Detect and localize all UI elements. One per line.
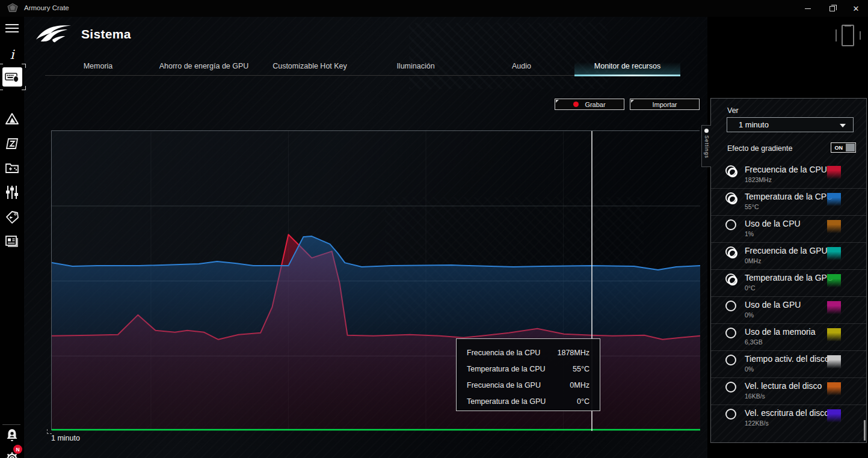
chart-corner-tick — [47, 429, 52, 434]
page-title: Sistema — [81, 27, 131, 41]
tab-memoria[interactable]: Memoria — [45, 56, 151, 76]
restore-button[interactable] — [820, 0, 844, 17]
sensor-row-temperatura-de-la-gpu[interactable]: Temperatura de la GPU 0°C — [711, 270, 866, 297]
import-button[interactable]: Importar — [630, 99, 700, 110]
news-icon[interactable] — [0, 233, 24, 249]
about-info-icon[interactable]: i — [0, 47, 24, 63]
sensor-row-uso-de-la-memoria[interactable]: Uso de la memoria 6,3GB — [711, 324, 866, 351]
sensor-radio[interactable] — [725, 219, 736, 230]
minimize-button[interactable] — [796, 0, 820, 17]
sensor-radio[interactable] — [725, 273, 736, 284]
sensor-radio[interactable] — [725, 165, 736, 176]
notifications-bell-icon[interactable] — [0, 427, 24, 442]
gradient-effect-label: Efecto de gradiente — [727, 144, 792, 153]
sensor-radio[interactable] — [725, 192, 736, 203]
settings-tab-label: Settings — [704, 135, 710, 159]
import-label: Importar — [653, 101, 677, 108]
sensor-color-swatch — [827, 328, 841, 341]
update-badge: N — [13, 445, 22, 454]
sensor-name: Frecuencia de la CPU — [745, 165, 827, 174]
sensor-color-swatch — [827, 382, 841, 395]
sensor-radio[interactable] — [725, 246, 736, 257]
sensor-radio[interactable] — [725, 328, 736, 338]
sensor-row-frecuencia-de-la-cpu[interactable]: Frecuencia de la CPU 1823MHz — [711, 162, 866, 189]
tab-monitor-de-recursos[interactable]: Monitor de recursos — [574, 56, 680, 76]
featured-scenarios-icon[interactable] — [0, 136, 24, 151]
resource-monitor-chart[interactable]: Frecuencia de la CPU 1878MHz Temperatura… — [51, 130, 700, 430]
sensor-row-uso-de-la-gpu[interactable]: Uso de la GPU 0% — [711, 297, 866, 324]
sensor-name: Uso de la CPU — [745, 219, 801, 228]
sensor-row-frecuencia-de-la-gpu[interactable]: Frecuencia de la GPU 0MHz — [711, 243, 866, 270]
tooltip-row: Temperatura de la CPU 55°C — [467, 361, 589, 377]
titlebar: Armoury Crate ✕ — [0, 0, 868, 17]
record-dot-icon — [573, 102, 579, 107]
sensor-color-swatch — [827, 166, 841, 179]
sensor-radio[interactable] — [725, 409, 736, 420]
close-button[interactable]: ✕ — [844, 0, 868, 17]
sensor-color-swatch — [827, 409, 841, 423]
chevron-down-icon — [840, 124, 846, 127]
device-selector-icon[interactable] — [832, 24, 863, 48]
menu-icon[interactable] — [5, 24, 19, 33]
sensor-value: 0% — [745, 365, 754, 373]
devices-keyboard-mouse-icon[interactable] — [0, 67, 24, 87]
sensor-row-temperatura-de-la-cpu[interactable]: Temperatura de la CPU 55°C — [711, 189, 866, 216]
selected-device-tile — [2, 67, 22, 87]
sensor-value: 0% — [745, 311, 754, 319]
sensor-color-swatch — [827, 301, 841, 314]
game-library-icon[interactable] — [0, 160, 24, 176]
toggle-knob — [846, 144, 855, 151]
sensor-row-uso-de-la-cpu[interactable]: Uso de la CPU 1% — [711, 216, 866, 243]
sensor-radio[interactable] — [725, 382, 736, 392]
sensor-radio[interactable] — [725, 301, 736, 311]
sensor-color-swatch — [827, 274, 841, 287]
sensor-row-vel-lectura-del-disco[interactable]: Vel. lectura del disco 16KB/s — [711, 378, 866, 405]
sensor-name: Temperatura de la CPU — [745, 192, 833, 201]
sensor-value: 0MHz — [745, 257, 761, 264]
sensor-value: 1% — [745, 230, 754, 237]
settings-panel-collapse-tab[interactable]: Settings — [701, 125, 711, 167]
sensor-name: Frecuencia de la GPU — [745, 246, 828, 255]
dropdown-value: 1 minuto — [739, 120, 769, 129]
sensor-name: Temperatura de la GPU — [745, 273, 833, 282]
main-content: Sistema Memoria Ahorro de energía de GPU… — [24, 17, 707, 458]
sensor-value: 55°C — [745, 203, 759, 210]
sensor-color-swatch — [827, 247, 841, 260]
sensor-value: 0°C — [745, 284, 756, 292]
sensor-row-tiempo-activ-del-disco[interactable]: Tiempo activ. del disco 0% — [711, 351, 866, 378]
sensor-value: 1823MHz — [745, 176, 772, 183]
left-sidebar: i — [0, 17, 24, 458]
sensor-name: Tiempo activ. del disco — [745, 354, 830, 364]
view-label: Ver — [727, 106, 739, 115]
sensor-value: 6,3GB — [745, 338, 763, 346]
settings-panel: Settings Ver 1 minuto Efecto de gradient… — [710, 98, 867, 443]
armoury-crate-app-icon — [7, 3, 18, 14]
chart-tooltip: Frecuencia de la CPU 1878MHz Temperatura… — [456, 338, 600, 411]
sensor-radio[interactable] — [725, 355, 736, 365]
gradient-effect-toggle[interactable]: ON — [831, 142, 856, 153]
sensor-name: Uso de la memoria — [745, 327, 816, 337]
tabs: Memoria Ahorro de energía de GPU Customi… — [45, 56, 680, 76]
chart-canvas — [52, 131, 700, 431]
tooltip-row: Frecuencia de la CPU 1878MHz — [467, 344, 589, 361]
sensor-value: 122KB/s — [745, 420, 769, 427]
offers-tag-icon[interactable] — [0, 209, 24, 225]
tab-audio[interactable]: Audio — [469, 56, 574, 76]
tooltip-row: Temperatura de la GPU 0°C — [467, 393, 589, 409]
time-range-label: 1 minuto — [51, 434, 80, 442]
sensor-list: Frecuencia de la CPU 1823MHz Temperatura… — [711, 162, 866, 432]
record-label: Grabar — [585, 101, 605, 108]
record-button[interactable]: Grabar — [555, 99, 624, 110]
time-range-dropdown[interactable]: 1 minuto — [727, 117, 854, 132]
aura-sync-icon[interactable] — [0, 111, 24, 127]
tab-customizable-hot-key[interactable]: Customizable Hot Key — [257, 56, 363, 76]
sensor-color-swatch — [827, 193, 841, 206]
tab-iluminaci-n[interactable]: Iluminación — [363, 56, 469, 76]
tab-ahorro-de-energ-a-de-gpu[interactable]: Ahorro de energía de GPU — [151, 56, 257, 76]
panel-scrollbar[interactable] — [864, 420, 866, 441]
app-title: Armoury Crate — [24, 4, 69, 11]
sensor-value: 16KB/s — [745, 392, 765, 400]
sidebar-divider — [2, 424, 20, 425]
sensor-row-vel-escritura-del-disco[interactable]: Vel. escritura del disco 122KB/s — [711, 405, 866, 432]
console-sliders-icon[interactable] — [0, 184, 24, 201]
